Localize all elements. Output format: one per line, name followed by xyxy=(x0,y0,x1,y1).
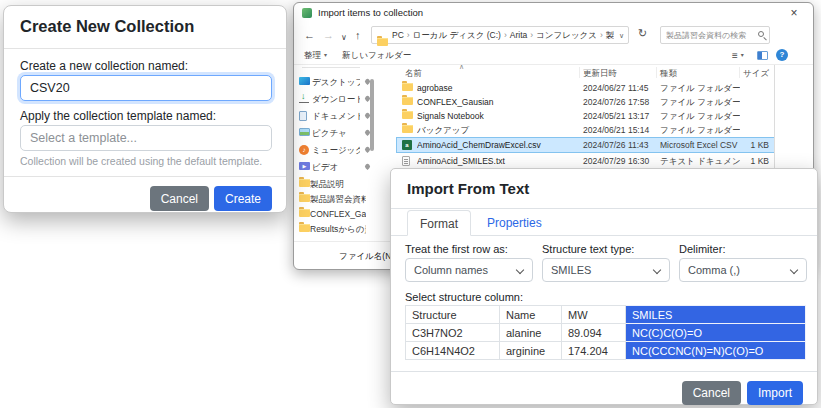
delimiter-label: Delimiter: xyxy=(679,243,725,255)
column-header-date[interactable]: 更新日時 xyxy=(583,68,617,80)
structure-type-select[interactable]: SMILES xyxy=(542,258,670,282)
sidebar-item-training-materials[interactable]: 製品講習会資料 xyxy=(298,192,370,207)
table-row: C6H14N4O2 arginine 174.204 NC(CCCNC(N)=N… xyxy=(406,342,806,360)
sidebar-item-music[interactable]: ミュージック xyxy=(298,143,370,158)
up-icon[interactable]: ↑ xyxy=(355,27,361,43)
explorer-title: Import items to collection xyxy=(318,7,423,18)
column-header-size[interactable]: サイズ xyxy=(743,68,769,80)
table-header-structure[interactable]: Structure xyxy=(406,306,500,324)
cancel-button[interactable]: Cancel xyxy=(682,381,741,405)
sidebar-item-downloads[interactable]: ダウンロード xyxy=(298,92,370,107)
search-box xyxy=(660,26,770,44)
delimiter-select[interactable]: Comma (,) xyxy=(679,258,807,282)
template-help-text: Collection will be created using the def… xyxy=(20,155,262,167)
tab-format[interactable]: Format xyxy=(407,210,471,236)
forward-icon[interactable]: → xyxy=(323,27,334,43)
column-header-type[interactable]: 種類 xyxy=(660,68,677,80)
desktop-icon xyxy=(299,77,310,85)
tab-properties[interactable]: Properties xyxy=(475,210,554,236)
search-icon xyxy=(758,31,764,37)
explorer-titlebar: Import items to collection × xyxy=(294,3,813,23)
create-dialog-title: Create New Collection xyxy=(20,17,194,36)
pictures-icon xyxy=(299,128,310,136)
preview-pane-icon[interactable] xyxy=(757,51,768,60)
desktop: Import items to collection × ← → ∨ ↑ PCロ… xyxy=(0,0,821,408)
sidebar-item-pictures[interactable]: ピクチャ xyxy=(298,126,370,141)
pin-icon xyxy=(364,163,371,170)
file-list-header: ∧ 名前 更新日時 種類 サイズ xyxy=(397,65,774,80)
template-select-input[interactable] xyxy=(20,125,272,151)
music-icon xyxy=(299,145,309,155)
sidebar-item-desktop[interactable]: デスクトップ xyxy=(298,75,370,90)
breadcrumb: PCローカル ディスク (C:)Aritaコンフレックス製品講習会資料 ∨ xyxy=(371,26,629,44)
table-header-row: Structure Name MW SMILES xyxy=(406,306,806,324)
table-row: C3H7NO2 alanine 89.094 NC(C)C(O)=O xyxy=(406,324,806,342)
sidebar-item-product-desc[interactable]: 製品説明 xyxy=(298,177,370,192)
explorer-navbar: ← → ∨ ↑ PCローカル ディスク (C:)Aritaコンフレックス製品講習… xyxy=(294,23,813,47)
sort-ascending-icon: ∧ xyxy=(459,65,464,71)
folder-icon xyxy=(299,194,310,202)
back-icon[interactable]: ← xyxy=(304,27,315,43)
structure-column-table: Structure Name MW SMILES C3H7NO2 alanine… xyxy=(405,305,806,360)
template-label: Apply the collection template named: xyxy=(20,109,216,123)
folder-icon xyxy=(299,179,310,187)
folder-icon xyxy=(402,83,413,91)
folder-icon xyxy=(402,125,413,133)
sidebar-scrollbar[interactable] xyxy=(370,79,374,151)
text-file-icon xyxy=(402,156,410,166)
table-header-smiles[interactable]: SMILES xyxy=(626,306,806,324)
file-row-signals-notebook[interactable]: Signals Notebook 2024/05/21 13:17 ファイル フ… xyxy=(397,109,774,123)
organize-button[interactable]: 整理 xyxy=(304,50,327,62)
refresh-icon[interactable]: ↻ xyxy=(638,27,647,40)
file-row-conflex-gausian[interactable]: CONFLEX_Gausian 2024/07/26 17:58 ファイル フォ… xyxy=(397,95,774,109)
create-button[interactable]: Create xyxy=(214,186,272,211)
breadcrumb-local-disk[interactable]: ローカル ディスク (C:) xyxy=(413,30,510,40)
folder-icon xyxy=(299,209,310,217)
breadcrumb-pc[interactable]: PC xyxy=(392,30,413,40)
sidebar-item-videos[interactable]: ビデオ xyxy=(298,160,370,175)
file-row-agrobase[interactable]: agrobase 2024/06/27 11:45 ファイル フォルダー xyxy=(397,81,774,95)
table-header-mw[interactable]: MW xyxy=(562,306,626,324)
sidebar-item-documents[interactable]: ドキュメント xyxy=(298,109,370,124)
filename-label: ファイル名(N): xyxy=(339,251,396,263)
excel-file-icon xyxy=(402,140,412,150)
view-menu-icon[interactable]: ≡ xyxy=(732,50,744,61)
new-folder-button[interactable]: 新しいフォルダー xyxy=(342,50,411,62)
create-collection-dialog: Create New Collection Create a new colle… xyxy=(3,5,287,213)
collection-name-label: Create a new collection named: xyxy=(20,59,188,73)
folder-icon xyxy=(402,111,413,119)
app-icon xyxy=(302,8,312,18)
help-icon[interactable]: ? xyxy=(776,49,788,61)
create-dialog-header: Create New Collection xyxy=(4,6,286,49)
import-dialog-footer: Cancel Import xyxy=(391,371,817,404)
breadcrumb-conflex[interactable]: コンフレックス xyxy=(536,30,606,40)
document-icon xyxy=(299,111,307,121)
file-row-smiles-txt[interactable]: AminoAcid_SMILES.txt 2024/07/29 16:30 テキ… xyxy=(397,154,774,168)
history-chevron-icon[interactable]: ∨ xyxy=(341,30,347,46)
file-row-chemdraw-csv[interactable]: AminoAcid_ChemDrawExcel.csv 2024/07/26 1… xyxy=(397,138,774,152)
first-row-select[interactable]: Column names xyxy=(405,258,533,282)
import-dialog-tabs: Format Properties xyxy=(391,209,817,236)
column-header-name[interactable]: 名前 xyxy=(405,68,422,80)
search-input[interactable] xyxy=(666,28,754,42)
first-row-label: Treat the first row as: xyxy=(405,243,508,255)
import-button[interactable]: Import xyxy=(747,381,803,405)
breadcrumb-arita[interactable]: Arita xyxy=(510,30,536,40)
sidebar-item-results[interactable]: Resultsからの資料 xyxy=(298,222,370,237)
breadcrumb-dropdown-icon[interactable]: ∨ xyxy=(619,32,624,40)
close-icon[interactable]: × xyxy=(783,4,805,22)
download-icon xyxy=(299,94,309,103)
collection-name-input[interactable] xyxy=(20,75,272,101)
breadcrumb-path: PCローカル ディスク (C:)Aritaコンフレックス製品講習会資料 xyxy=(392,30,614,42)
explorer-toolbar: 整理 新しいフォルダー ≡ ? xyxy=(294,47,813,65)
breadcrumb-current-folder[interactable]: 製品講習会資料 xyxy=(606,30,614,40)
folder-icon xyxy=(377,38,388,46)
folder-icon xyxy=(299,224,310,232)
file-row-backup[interactable]: バックアップ 2024/06/21 15:14 ファイル フォルダー xyxy=(397,123,774,137)
sidebar-item-conflex-gausi[interactable]: CONFLEX_Gausi xyxy=(298,207,370,222)
create-dialog-footer: Cancel Create xyxy=(4,176,286,212)
table-header-name[interactable]: Name xyxy=(500,306,562,324)
structure-type-label: Structure text type: xyxy=(542,243,634,255)
cancel-button[interactable]: Cancel xyxy=(150,186,209,211)
select-structure-column-label: Select structure column: xyxy=(405,291,523,303)
